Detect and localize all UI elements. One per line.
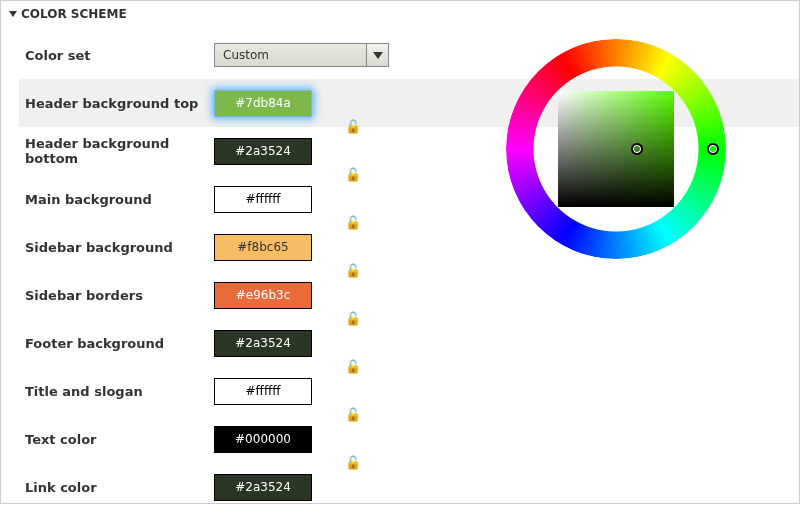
color-swatch[interactable]: #f8bc65 [214,234,312,261]
color-label: Title and slogan [19,376,214,407]
color-swatch[interactable]: #2a3524 [214,474,312,501]
color-label: Link color [19,472,214,503]
color-swatch[interactable]: #e96b3c [214,282,312,309]
color-row: Footer background#2a3524🔓 [19,319,799,367]
color-control: #2a3524 [214,330,312,357]
color-swatch[interactable]: #000000 [214,426,312,453]
chevron-down-icon [373,52,383,59]
color-control: #f8bc65 [214,234,312,261]
color-control: #2a3524 [214,138,312,165]
section-toggle[interactable]: Color Scheme [1,1,799,31]
color-control: #7db84a [214,90,312,117]
color-control: #2a3524 [214,474,312,501]
color-picker [491,39,741,289]
color-swatch[interactable]: #ffffff [214,378,312,405]
color-set-select[interactable]: Custom [214,43,389,67]
color-label: Header background top [19,88,214,119]
color-row: Title and slogan#ffffff🔓 [19,367,799,415]
color-set-value: Custom [214,43,366,67]
color-label: Main background [19,184,214,215]
section-title: Color Scheme [21,7,127,21]
chevron-down-icon [9,11,17,17]
color-label: Header background bottom [19,128,214,174]
color-control: #ffffff [214,186,312,213]
color-label: Sidebar background [19,232,214,263]
color-row: Link color#2a3524 [19,463,799,506]
color-control: #000000 [214,426,312,453]
color-scheme-panel: Color Scheme Color set Custom Header bac… [0,0,800,504]
saturation-value-box[interactable] [558,91,674,207]
color-control: #ffffff [214,378,312,405]
color-label: Text color [19,424,214,455]
color-label: Sidebar borders [19,280,214,311]
color-set-label: Color set [19,40,214,71]
color-swatch[interactable]: #2a3524 [214,330,312,357]
color-swatch[interactable]: #7db84a [214,90,312,117]
color-swatch[interactable]: #ffffff [214,186,312,213]
color-label: Footer background [19,328,214,359]
color-swatch[interactable]: #2a3524 [214,138,312,165]
select-dropdown-button[interactable] [366,43,389,67]
color-control: #e96b3c [214,282,312,309]
color-row: Text color#000000🔓 [19,415,799,463]
